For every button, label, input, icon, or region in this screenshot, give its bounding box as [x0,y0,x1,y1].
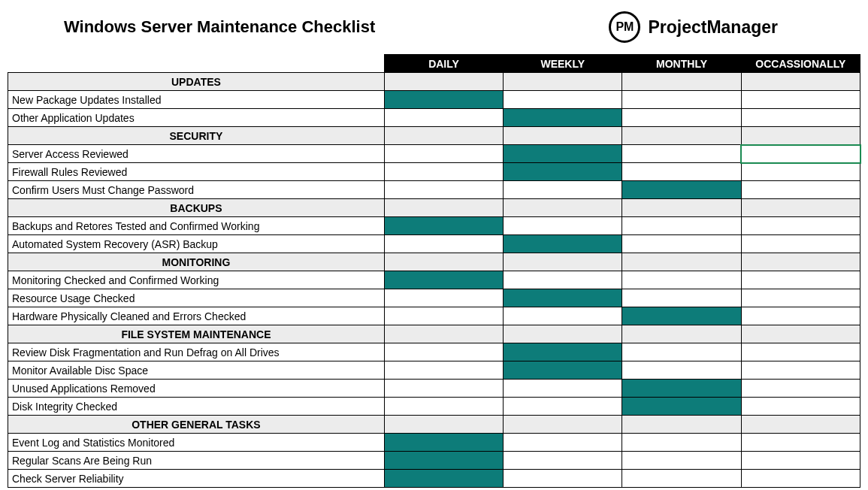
frequency-cell[interactable] [384,434,503,452]
frequency-cell[interactable] [384,361,503,380]
frequency-cell[interactable] [504,380,622,398]
frequency-cell[interactable] [622,434,741,452]
frequency-cell[interactable] [622,145,741,163]
frequency-cell[interactable] [622,452,741,470]
frequency-cell[interactable] [741,271,860,289]
section-spacer-cell [384,253,503,271]
frequency-cell[interactable] [504,217,622,235]
frequency-cell[interactable] [741,163,860,181]
frequency-cell[interactable] [741,217,860,235]
frequency-cell[interactable] [384,289,503,307]
frequency-cell[interactable] [384,109,503,127]
frequency-cell[interactable] [504,361,622,380]
section-header: UPDATES [8,73,385,91]
frequency-cell[interactable] [741,361,860,380]
frequency-cell[interactable] [622,398,741,416]
frequency-cell[interactable] [384,380,503,398]
section-spacer-cell [741,127,860,145]
frequency-cell[interactable] [622,235,741,253]
frequency-cell[interactable] [741,380,860,398]
frequency-cell[interactable] [741,235,860,253]
task-label: Monitor Available Disc Space [8,361,385,380]
frequency-cell[interactable] [504,181,622,199]
frequency-cell[interactable] [384,91,503,109]
section-header: BACKUPS [8,199,385,217]
frequency-cell[interactable] [622,271,741,289]
frequency-cell[interactable] [504,434,622,452]
frequency-cell[interactable] [384,398,503,416]
task-label: Regular Scans Are Being Run [8,452,385,470]
frequency-cell[interactable] [741,307,860,325]
frequency-cell[interactable] [741,145,860,163]
col-head-monthly: MONTHLY [622,55,741,73]
frequency-cell[interactable] [504,289,622,307]
frequency-cell[interactable] [504,452,622,470]
frequency-cell[interactable] [504,398,622,416]
frequency-cell[interactable] [384,307,503,325]
frequency-cell[interactable] [741,470,860,488]
frequency-cell[interactable] [384,163,503,181]
frequency-cell[interactable] [741,289,860,307]
section-spacer-cell [741,325,860,343]
frequency-cell[interactable] [741,452,860,470]
frequency-cell[interactable] [504,91,622,109]
col-head-weekly: WEEKLY [504,55,622,73]
table-row: Server Access Reviewed [8,145,860,163]
brand-name: ProjectManager [648,17,778,38]
frequency-cell[interactable] [504,109,622,127]
section-spacer-cell [622,199,741,217]
frequency-cell[interactable] [622,470,741,488]
frequency-cell[interactable] [741,109,860,127]
frequency-cell[interactable] [384,145,503,163]
frequency-cell[interactable] [622,163,741,181]
frequency-cell[interactable] [622,217,741,235]
col-head-daily: DAILY [384,55,503,73]
frequency-cell[interactable] [741,343,860,361]
frequency-cell[interactable] [504,235,622,253]
task-label: Confirm Users Must Change Password [8,181,385,199]
frequency-cell[interactable] [622,361,741,380]
frequency-cell[interactable] [622,380,741,398]
table-row: Event Log and Statistics Monitored [8,434,860,452]
col-head-occasionally: OCCASSIONALLY [741,55,860,73]
frequency-cell[interactable] [384,217,503,235]
page-title: Windows Server Maintenance Checklist [64,17,375,37]
frequency-cell[interactable] [504,470,622,488]
table-row: Regular Scans Are Being Run [8,452,860,470]
section-spacer-cell [504,325,622,343]
frequency-cell[interactable] [622,109,741,127]
frequency-cell[interactable] [384,343,503,361]
section-header: MONITORING [8,253,385,271]
section-spacer-cell [384,199,503,217]
frequency-cell[interactable] [384,235,503,253]
frequency-cell[interactable] [622,307,741,325]
frequency-cell[interactable] [504,343,622,361]
frequency-cell[interactable] [384,271,503,289]
section-spacer-cell [741,73,860,91]
frequency-cell[interactable] [384,452,503,470]
frequency-cell[interactable] [384,470,503,488]
frequency-cell[interactable] [384,181,503,199]
table-row: Firewall Rules Reviewed [8,163,860,181]
table-row: Monitor Available Disc Space [8,361,860,380]
frequency-cell[interactable] [504,163,622,181]
frequency-cell[interactable] [622,343,741,361]
section-row: BACKUPS [8,199,860,217]
frequency-cell[interactable] [622,91,741,109]
frequency-cell[interactable] [504,271,622,289]
section-spacer-cell [384,416,503,434]
frequency-cell[interactable] [741,91,860,109]
table-row: Other Application Updates [8,109,860,127]
frequency-cell[interactable] [622,181,741,199]
task-label: Firewall Rules Reviewed [8,163,385,181]
frequency-cell[interactable] [741,398,860,416]
frequency-cell[interactable] [504,145,622,163]
section-row: UPDATES [8,73,860,91]
frequency-cell[interactable] [504,307,622,325]
table-row: Monitoring Checked and Confirmed Working [8,271,860,289]
frequency-cell[interactable] [741,434,860,452]
frequency-cell[interactable] [741,181,860,199]
section-spacer-cell [504,253,622,271]
table-row: Hardware Physically Cleaned and Errors C… [8,307,860,325]
frequency-cell[interactable] [622,289,741,307]
